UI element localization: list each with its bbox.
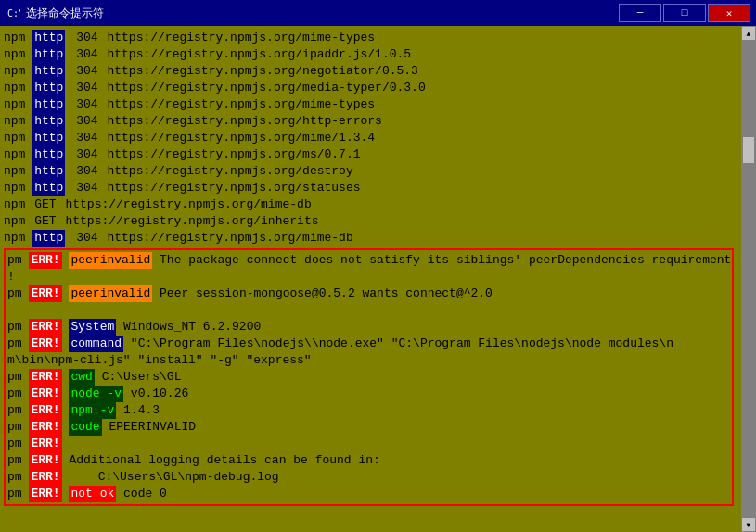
error-line-addlog: pm ERR! Additional logging details can b…	[7, 452, 730, 469]
error-line-2: pm ERR! peerinvalid Peer session-mongoos…	[7, 285, 730, 302]
titlebar-left: C:\ 选择命令提示符	[6, 6, 104, 21]
maximize-button[interactable]: □	[663, 4, 706, 22]
terminal: npm http 304 https://registry.npmjs.org/…	[0, 26, 756, 532]
error-line-blank: pm ERR!	[7, 436, 730, 452]
npm-line-3: npm http 304 https://registry.npmjs.org/…	[4, 63, 737, 80]
error-line-1b: !	[7, 269, 730, 285]
svg-text:C:\: C:\	[7, 8, 20, 19]
npm-line-4: npm http 304 https://registry.npmjs.org/…	[4, 80, 737, 96]
error-line-npmv: pm ERR! npm -v 1.4.3	[7, 402, 730, 419]
error-line-command2: m\bin\npm-cli.js" "install" "-g" "expres…	[7, 352, 730, 369]
close-button[interactable]: ✕	[708, 4, 750, 22]
error-line-notok: pm ERR! not ok code 0	[7, 486, 730, 502]
error-blank-1	[7, 302, 730, 319]
npm-line-2: npm http 304 https://registry.npmjs.org/…	[4, 46, 737, 63]
error-line-command: pm ERR! command "C:\Program Files\nodejs…	[7, 336, 730, 352]
error-line-code: pm ERR! code EPEERINVALID	[7, 419, 730, 436]
error-line-addlog2: pm ERR! C:\Users\GL\npm-debug.log	[7, 469, 730, 486]
scrollbar-up[interactable]: ▲	[741, 26, 756, 41]
npm-line-12: npm GET https://registry.npmjs.org/inher…	[4, 213, 737, 230]
npm-line-9: npm http 304 https://registry.npmjs.org/…	[4, 163, 737, 180]
npm-line-1: npm http 304 https://registry.npmjs.org/…	[4, 30, 737, 46]
npm-line-5: npm http 304 https://registry.npmjs.org/…	[4, 96, 737, 113]
npm-line-8: npm http 304 https://registry.npmjs.org/…	[4, 146, 737, 163]
npm-line-13: npm http 304 https://registry.npmjs.org/…	[4, 230, 737, 247]
npm-line-10: npm http 304 https://registry.npmjs.org/…	[4, 180, 737, 196]
scrollbar-thumb[interactable]	[742, 136, 755, 164]
npm-line-6: npm http 304 https://registry.npmjs.org/…	[4, 113, 737, 130]
terminal-content: npm http 304 https://registry.npmjs.org/…	[0, 28, 756, 510]
error-line-cwd: pm ERR! cwd C:\Users\GL	[7, 369, 730, 386]
minimize-button[interactable]: ─	[619, 4, 661, 22]
http-badge: http	[32, 30, 65, 46]
error-line-1: pm ERR! peerinvalid The package connect …	[7, 252, 730, 269]
cmd-icon: C:\	[6, 6, 20, 20]
titlebar-title: 选择命令提示符	[26, 6, 104, 21]
titlebar-controls: ─ □ ✕	[619, 4, 750, 22]
scrollbar-down[interactable]: ▼	[741, 517, 756, 532]
npm-line-7: npm http 304 https://registry.npmjs.org/…	[4, 130, 737, 146]
scrollbar[interactable]: ▲ ▼	[741, 26, 756, 532]
scrollbar-track[interactable]	[741, 41, 756, 517]
npm-line-11: npm GET https://registry.npmjs.org/mime-…	[4, 196, 737, 213]
error-section: pm ERR! peerinvalid The package connect …	[4, 248, 734, 506]
npm-label: npm	[4, 30, 32, 46]
error-line-system: pm ERR! System Windows_NT 6.2.9200	[7, 319, 730, 336]
error-line-node: pm ERR! node -v v0.10.26	[7, 386, 730, 402]
titlebar: C:\ 选择命令提示符 ─ □ ✕	[0, 0, 756, 26]
code-304: 304	[67, 30, 107, 46]
